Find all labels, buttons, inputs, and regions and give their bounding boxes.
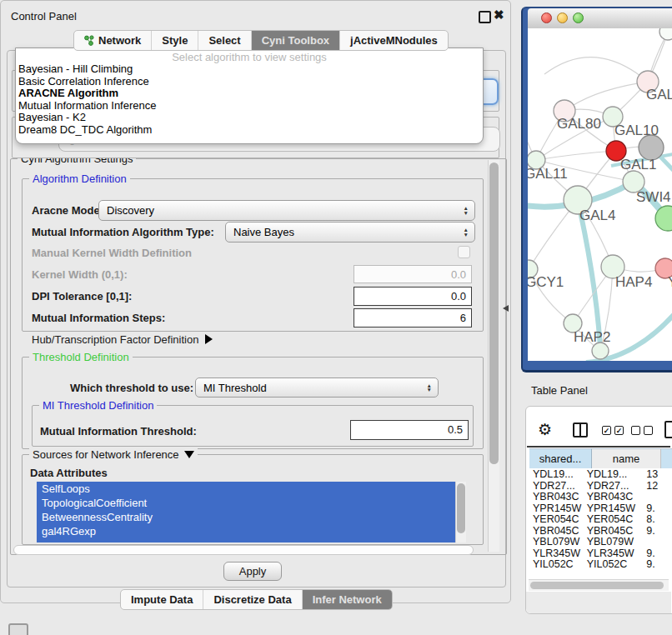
checked-checkbox-icon[interactable]: ✓: [602, 426, 611, 435]
manual-kernel-label: Manual Kernel Width Definition: [32, 247, 192, 259]
dpi-tolerance-field[interactable]: 0.0: [354, 287, 472, 306]
algorithm-option[interactable]: Basic Correlation Inference: [16, 76, 483, 88]
stepper-arrows-icon: ▲▼: [464, 206, 474, 215]
network-node-label: GAL: [646, 87, 672, 102]
algorithm-option[interactable]: ARACNE Algorithm: [16, 88, 483, 100]
unchecked-checkbox-icon[interactable]: [644, 426, 653, 435]
manual-kernel-checkbox[interactable]: [458, 246, 470, 258]
aracne-mode-select[interactable]: Discovery ▲▼: [98, 200, 475, 221]
table-cell: [643, 492, 672, 503]
network-node[interactable]: [659, 28, 672, 40]
float-panel-icon[interactable]: [479, 11, 491, 23]
table-cell: YDL19...: [584, 469, 644, 481]
tab-label: Select: [208, 34, 240, 47]
kernel-width-field: 0.0: [354, 265, 472, 283]
column-header[interactable]: shared...: [529, 448, 592, 468]
mi-threshold-field[interactable]: 0.5: [350, 420, 469, 440]
network-canvas[interactable]: GALGAL80GAL10GAL1GAL11SWI4GAL4GCY1HAP4YH…: [528, 28, 672, 361]
table-row[interactable]: YER054CYER054C8.: [529, 514, 672, 526]
algorithm-option[interactable]: Bayesian - Hill Climbing: [16, 63, 483, 76]
table-cell: 12: [643, 481, 672, 492]
column-header[interactable]: [661, 448, 672, 468]
table-cell: YBR045C: [584, 526, 644, 538]
tab-impute-data[interactable]: Impute Data: [121, 590, 203, 609]
cyni-bottom-tabbar: Impute DataDiscretize DataInfer Network: [120, 589, 393, 610]
attribute-item[interactable]: gal4RGexp: [37, 524, 455, 538]
sources-title[interactable]: Sources for Network Inference: [29, 448, 198, 461]
data-attributes-list[interactable]: SelfLoopsTopologicalCoefficientBetweenne…: [37, 482, 455, 542]
table-row[interactable]: YBL079WYBL079W: [529, 537, 672, 548]
attribute-item[interactable]: BetweennessCentrality: [37, 510, 455, 524]
tab-label: Impute Data: [131, 593, 193, 606]
algorithm-option[interactable]: Dream8 DC_TDC Algorithm: [16, 124, 483, 137]
tab-cyni-toolbox[interactable]: Cyni Toolbox: [252, 31, 340, 50]
table-panel-footer: [526, 592, 671, 613]
tab-jactivemnodules[interactable]: jActiveMNodules: [340, 31, 448, 50]
network-icon: [84, 35, 94, 46]
network-window-titlebar[interactable]: [528, 8, 672, 29]
network-node-label: HAP4: [615, 274, 652, 290]
kernel-width-label: Kernel Width (0,1):: [32, 268, 128, 281]
control-panel-title: Control Panel: [11, 10, 77, 22]
attribute-item[interactable]: SelfLoops: [37, 482, 455, 496]
minimize-traffic-light-icon[interactable]: [557, 12, 568, 23]
table-cell: 9.: [643, 548, 672, 560]
algorithm-option[interactable]: Mutual Information Inference: [16, 100, 483, 112]
settings-hscrollbar[interactable]: [13, 545, 474, 555]
tab-network[interactable]: Network: [74, 31, 152, 50]
page-icon[interactable]: [664, 421, 672, 438]
tab-style[interactable]: Style: [152, 31, 198, 50]
table-cell: YBR043C: [529, 492, 584, 503]
network-node-label: GAL10: [614, 122, 659, 138]
split-columns-icon[interactable]: [573, 422, 588, 438]
dpi-tolerance-label: DPI Tolerance [0,1]:: [32, 290, 132, 302]
apply-button[interactable]: Apply: [223, 562, 282, 581]
table-row[interactable]: YDR27...YDR27...12: [529, 481, 672, 492]
mi-steps-field[interactable]: 6: [354, 308, 472, 328]
network-node-label: HAP2: [574, 329, 610, 345]
hub-definition-label: Hub/Transcription Factor Definition: [32, 333, 198, 346]
checked-checkbox-icon[interactable]: ✓: [614, 426, 624, 435]
gear-icon[interactable]: ⚙: [538, 420, 552, 439]
which-threshold-label: Which threshold to use:: [70, 382, 193, 394]
table-row[interactable]: YIL052CYIL052C9.: [529, 559, 672, 571]
tab-select[interactable]: Select: [198, 31, 251, 50]
table-cell: YBR043C: [584, 492, 644, 503]
table-row[interactable]: YLR345WYLR345W9.: [529, 548, 672, 560]
table-toolbar: ⚙ ✓ ✓: [525, 417, 672, 445]
table-cell: YPR145W: [529, 503, 584, 515]
mi-type-select[interactable]: Naive Bayes ▲▼: [225, 222, 475, 242]
table-hscrollbar[interactable]: [529, 579, 669, 591]
table-row[interactable]: YPR145WYPR145W9.: [529, 503, 672, 515]
minimized-panel-button[interactable]: [8, 623, 28, 635]
network-node-label: GAL4: [579, 208, 615, 223]
column-header[interactable]: name: [592, 448, 661, 468]
algorithm-option[interactable]: Bayesian - K2: [16, 112, 483, 124]
table-cell: YBL079W: [529, 537, 584, 548]
stepper-arrows-icon: ▲▼: [464, 228, 474, 237]
hub-definition-toggle[interactable]: Hub/Transcription Factor Definition: [32, 333, 213, 346]
settings-scrollbar[interactable]: [488, 160, 499, 552]
table-cell: 9.: [643, 526, 672, 538]
close-icon[interactable]: ✖: [494, 8, 504, 22]
zoom-traffic-light-icon[interactable]: [573, 12, 584, 23]
tab-infer-network[interactable]: Infer Network: [303, 590, 392, 609]
table-cell: YBR045C: [529, 526, 584, 538]
table-row[interactable]: YDL19...YDL19...13: [529, 469, 672, 481]
table-row[interactable]: YBR045CYBR045C9.: [529, 526, 672, 538]
algorithm-dropdown-popup: Select algorithm to view settings Bayesi…: [15, 48, 484, 144]
network-node[interactable]: [592, 342, 609, 359]
tab-discretize-data[interactable]: Discretize Data: [203, 590, 302, 609]
attribute-item[interactable]: TopologicalCoefficient: [37, 496, 455, 510]
unchecked-checkbox-icon[interactable]: [631, 426, 640, 435]
close-traffic-light-icon[interactable]: [541, 12, 552, 23]
which-threshold-select[interactable]: MI Threshold ▲▼: [195, 378, 439, 398]
table-row[interactable]: YBR043CYBR043C: [529, 492, 672, 503]
algorithm-option-list: Bayesian - Hill ClimbingBasic Correlatio…: [16, 63, 483, 136]
attributes-scrollbar[interactable]: [455, 482, 466, 542]
threshold-definition-title: Threshold Definition: [29, 351, 133, 363]
network-node-label: GCY1: [528, 274, 564, 290]
data-attributes-label: Data Attributes: [30, 467, 108, 479]
table-cell: YIL052C: [584, 559, 644, 571]
table-cell: 8.: [643, 514, 672, 526]
